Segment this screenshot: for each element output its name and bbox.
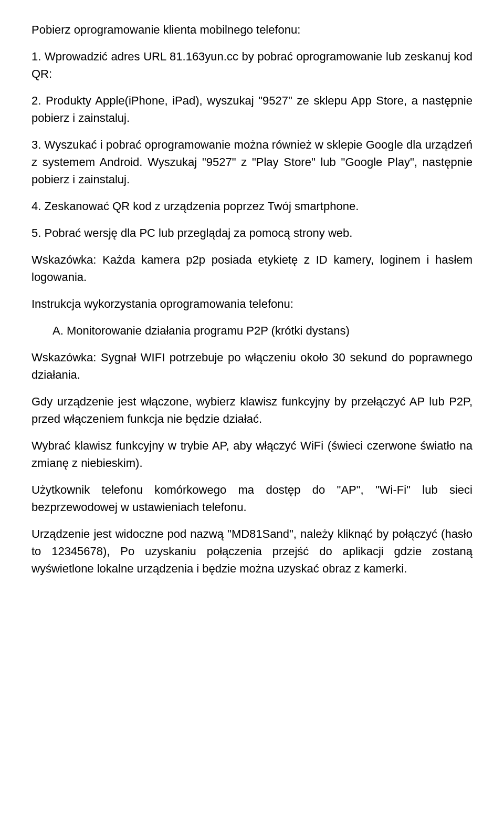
heading-text: Pobierz oprogramowanie klienta mobilnego… [32, 23, 300, 36]
tip-wifi-text: Wskazówka: Sygnał WIFI potrzebuje po włą… [32, 351, 472, 381]
section-heading-text: Instrukcja wykorzystania oprogramowania … [32, 297, 293, 310]
section-heading: Instrukcja wykorzystania oprogramowania … [32, 295, 472, 312]
para-user-access-text: Użytkownik telefonu komórkowego ma dostę… [32, 483, 472, 514]
section-a-title-text: A. Monitorowanie działania programu P2P … [52, 324, 350, 337]
instruction-3: 3. Wyszukać i pobrać oprogramowanie możn… [32, 136, 472, 188]
instruction-1-text: 1. Wprowadzić adres URL 81.163yun.cc by … [32, 50, 472, 80]
instruction-3-text: 3. Wyszukać i pobrać oprogramowanie możn… [32, 138, 472, 186]
instruction-5-text: 5. Pobrać wersję dla PC lub przeglądaj z… [32, 226, 352, 239]
instruction-2: 2. Produkty Apple(iPhone, iPad), wyszuka… [32, 92, 472, 127]
instruction-5: 5. Pobrać wersję dla PC lub przeglądaj z… [32, 224, 472, 242]
instruction-4: 4. Zeskanować QR kod z urządzenia poprze… [32, 197, 472, 215]
section-a-title: A. Monitorowanie działania programu P2P … [52, 322, 472, 339]
para-switch: Gdy urządzenie jest włączone, wybierz kl… [32, 393, 472, 428]
main-content: Pobierz oprogramowanie klienta mobilnego… [32, 21, 472, 577]
tip-cameras-text: Wskazówka: Każda kamera p2p posiada etyk… [32, 253, 472, 284]
para-switch-text: Gdy urządzenie jest włączone, wybierz kl… [32, 395, 472, 425]
para-device-name-text: Urządzenie jest widoczne pod nazwą "MD81… [32, 527, 472, 575]
tip-cameras: Wskazówka: Każda kamera p2p posiada etyk… [32, 251, 472, 286]
para-device-name: Urządzenie jest widoczne pod nazwą "MD81… [32, 525, 472, 577]
tip-wifi: Wskazówka: Sygnał WIFI potrzebuje po włą… [32, 349, 472, 383]
para-wifi-enable: Wybrać klawisz funkcyjny w trybie AP, ab… [32, 437, 472, 472]
instruction-2-text: 2. Produkty Apple(iPhone, iPad), wyszuka… [32, 94, 472, 124]
instruction-1: 1. Wprowadzić adres URL 81.163yun.cc by … [32, 48, 472, 82]
instruction-4-text: 4. Zeskanować QR kod z urządzenia poprze… [32, 200, 359, 213]
para-wifi-enable-text: Wybrać klawisz funkcyjny w trybie AP, ab… [32, 439, 472, 470]
para-user-access: Użytkownik telefonu komórkowego ma dostę… [32, 481, 472, 516]
heading: Pobierz oprogramowanie klienta mobilnego… [32, 21, 472, 38]
